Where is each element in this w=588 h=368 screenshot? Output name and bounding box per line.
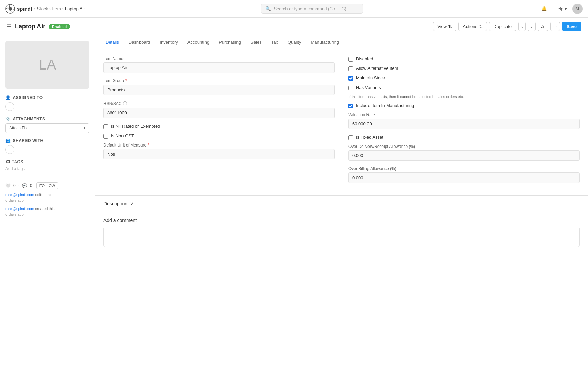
valuation-rate-input[interactable] <box>348 119 580 129</box>
hsn-sac-input[interactable] <box>103 108 335 118</box>
status-badge: Enabled <box>49 24 70 29</box>
bell-icon: 🔔 <box>541 6 547 11</box>
has-variants-checkbox[interactable] <box>348 86 353 90</box>
tab-details[interactable]: Details <box>101 35 124 49</box>
assigned-to-icon: 👤 <box>5 95 11 100</box>
tabs: Details Dashboard Inventory Accounting P… <box>95 35 588 49</box>
page-title: Laptop Air <box>15 23 45 30</box>
search-bar[interactable]: 🔍 Search or type a command (Ctrl + G) <box>261 4 363 14</box>
breadcrumb-item[interactable]: Item <box>52 6 61 11</box>
sidebar-avatar-initials: LA <box>39 57 56 73</box>
hsn-sac-label: HSN/SAC ⓘ <box>103 101 335 106</box>
page-header-left: ☰ Laptop Air Enabled <box>7 23 70 30</box>
top-navigation: spindl › Stock › Item › Laptop Air 🔍 Sea… <box>0 0 588 18</box>
tab-sales[interactable]: Sales <box>246 35 266 49</box>
activity-time-1: 6 days ago <box>5 198 24 202</box>
print-button[interactable]: 🖨 <box>538 22 548 31</box>
include-manufacturing-label[interactable]: Include Item In Manufacturing <box>356 103 414 108</box>
is-non-gst-checkbox[interactable] <box>103 134 108 139</box>
tab-accounting[interactable]: Accounting <box>183 35 214 49</box>
default-uom-input[interactable] <box>103 149 335 159</box>
has-variants-label[interactable]: Has Variants <box>356 85 381 90</box>
page-header: ☰ Laptop Air Enabled View ⇅ Actions ⇅ Du… <box>0 18 588 35</box>
disabled-label[interactable]: Disabled <box>356 56 373 61</box>
avatar[interactable]: M <box>572 4 583 14</box>
form-content: Item Name Item Group * <box>95 49 588 195</box>
tab-dashboard[interactable]: Dashboard <box>124 35 155 49</box>
default-uom-group: Default Unit of Measure * <box>103 143 335 159</box>
allow-alternative-checkbox[interactable] <box>348 66 353 71</box>
next-button[interactable]: › <box>528 22 535 31</box>
attach-file-button[interactable]: Attach File + <box>5 123 89 133</box>
comments-count: 0 <box>30 183 32 188</box>
add-shared-with-button[interactable]: + <box>5 145 14 154</box>
likes-count: 0 <box>13 183 16 188</box>
activity-user-1[interactable]: max@spindl.com <box>5 193 34 197</box>
is-fixed-asset-checkbox[interactable] <box>348 135 353 140</box>
allow-alternative-label[interactable]: Allow Alternative Item <box>356 66 398 71</box>
form-right-column: Disabled Allow Alternative Item Maintain… <box>348 56 580 188</box>
maintain-stock-checkbox[interactable] <box>348 76 353 81</box>
tab-manufacturing[interactable]: Manufacturing <box>306 35 343 49</box>
duplicate-button[interactable]: Duplicate <box>489 22 516 31</box>
tags-header: 🏷 Tags <box>5 159 89 164</box>
sidebar: LA 👤 Assigned To + 📎 Attachments Attach … <box>0 35 95 368</box>
attach-file-label: Attach File <box>9 126 29 131</box>
save-label: Save <box>567 24 577 29</box>
allow-alternative-group: Allow Alternative Item <box>348 66 580 71</box>
tags-icon: 🏷 <box>5 159 10 164</box>
include-manufacturing-checkbox[interactable] <box>348 104 353 108</box>
uom-required: * <box>148 143 149 148</box>
tags-label: Tags <box>12 159 23 164</box>
attach-plus-icon: + <box>83 126 86 131</box>
logo-text: spindl <box>17 6 32 12</box>
tab-tax[interactable]: Tax <box>266 35 283 49</box>
item-group-input[interactable] <box>103 85 335 95</box>
is-nil-rated-label[interactable]: Is Nil Rated or Exempted <box>111 124 160 129</box>
disabled-group: Disabled <box>348 56 580 62</box>
activity-time-2: 6 days ago <box>5 212 24 216</box>
tab-quality[interactable]: Quality <box>283 35 306 49</box>
assigned-to-header: 👤 Assigned To <box>5 95 89 100</box>
is-nil-rated-checkbox[interactable] <box>103 124 108 129</box>
comment-input[interactable] <box>103 227 580 247</box>
help-chevron-icon: ▾ <box>565 6 567 11</box>
breadcrumb-stock[interactable]: Stock <box>37 6 48 11</box>
item-group-required: * <box>125 78 127 83</box>
more-icon: ··· <box>553 24 557 29</box>
more-button[interactable]: ··· <box>550 22 560 31</box>
item-name-input[interactable] <box>103 62 335 73</box>
description-section: Description ∨ <box>95 195 588 212</box>
save-button[interactable]: Save <box>562 22 581 31</box>
form-grid: Item Name Item Group * <box>103 56 580 188</box>
over-billing-input[interactable] <box>348 172 580 183</box>
next-icon: › <box>531 24 532 29</box>
logo[interactable]: spindl <box>5 4 32 14</box>
description-header[interactable]: Description ∨ <box>103 201 580 206</box>
is-fixed-asset-label[interactable]: Is Fixed Asset <box>356 135 383 140</box>
tab-purchasing[interactable]: Purchasing <box>214 35 246 49</box>
disabled-checkbox[interactable] <box>348 57 353 62</box>
over-delivery-input[interactable] <box>348 150 580 161</box>
content-area: Details Dashboard Inventory Accounting P… <box>95 35 588 368</box>
view-label: View <box>437 24 447 29</box>
is-non-gst-label[interactable]: Is Non GST <box>111 133 134 138</box>
actions-button[interactable]: Actions ⇅ <box>458 22 487 31</box>
sidebar-tags-section: 🏷 Tags Add a tag ... <box>5 159 89 171</box>
add-tag-button[interactable]: Add a tag ... <box>5 166 89 171</box>
breadcrumb-sep2: › <box>49 6 51 11</box>
tab-inventory[interactable]: Inventory <box>155 35 182 49</box>
view-button[interactable]: View ⇅ <box>433 22 456 31</box>
notifications-button[interactable]: 🔔 <box>539 5 549 13</box>
hamburger-icon[interactable]: ☰ <box>7 23 12 30</box>
comment-icon: 💬 <box>22 183 27 188</box>
activity-user-2[interactable]: max@spindl.com <box>5 206 34 211</box>
duplicate-label: Duplicate <box>493 24 512 29</box>
maintain-stock-label[interactable]: Maintain Stock <box>356 75 385 80</box>
follow-button[interactable]: FOLLOW <box>36 182 58 189</box>
prev-button[interactable]: ‹ <box>518 22 526 31</box>
default-uom-label: Default Unit of Measure * <box>103 143 335 148</box>
add-assigned-to-button[interactable]: + <box>5 102 14 111</box>
help-button[interactable]: Help ▾ <box>552 5 569 13</box>
activity-action-2: created this <box>35 206 55 211</box>
